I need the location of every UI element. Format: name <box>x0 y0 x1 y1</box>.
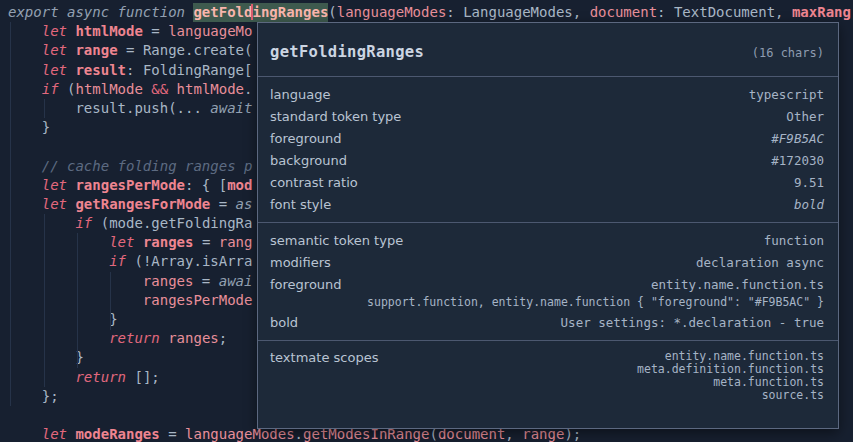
code-line[interactable]: export async function getFoldingRanges(l… <box>8 3 853 22</box>
token-inspector-hover: getFoldingRanges (16 chars) languagetype… <box>257 22 839 429</box>
row-value: bold <box>794 197 824 212</box>
code-token: . <box>244 81 252 97</box>
code-token: htmlMode <box>177 81 244 97</box>
code-token: result <box>75 62 126 78</box>
panel-section: semantic token typefunctionmodifiersdecl… <box>258 222 838 340</box>
row-extra-value: support.function, entity.name.function {… <box>270 293 824 311</box>
token-length: (16 chars) <box>752 46 824 60</box>
code-token: if <box>109 253 134 269</box>
code-token: } <box>8 349 84 365</box>
code-token: : <box>126 62 143 78</box>
token-text: getFoldingRanges <box>270 43 424 61</box>
code-token: Range.create( <box>143 42 253 58</box>
row-value: User settings: *.declaration - true <box>561 315 824 330</box>
code-token: maxRang <box>792 4 851 20</box>
code-token: rangesPerMode <box>143 292 253 308</box>
code-token: // cache folding ranges p <box>42 158 253 174</box>
code-token: as <box>236 196 253 212</box>
code-token: mode.getFoldingRa <box>109 215 252 231</box>
panel-row: textmate scopesentity.name.function.tsme… <box>270 347 824 402</box>
code-token: TextDocument <box>674 4 775 20</box>
row-label: textmate scopes <box>270 350 378 365</box>
code-token: LanguageModes <box>463 4 573 20</box>
code-token <box>8 196 42 212</box>
code-token <box>8 81 42 97</box>
code-token: , <box>775 4 792 20</box>
code-token: = <box>143 23 168 39</box>
code-token: let <box>42 42 76 58</box>
code-token <box>8 177 42 193</box>
code-token <box>8 273 143 289</box>
code-token: ranges <box>168 330 219 346</box>
code-token: ; <box>219 330 227 346</box>
panel-row: standard token typeOther <box>270 105 824 127</box>
panel-row: foregroundentity.name.function.ts <box>270 273 824 295</box>
code-token: htmlMode <box>75 81 142 97</box>
code-token: let <box>42 23 76 39</box>
panel-row: languagetypescript <box>270 83 824 105</box>
panel-section: languagetypescriptstandard token typeOth… <box>258 76 838 222</box>
code-token: ranges <box>143 234 194 250</box>
code-token <box>8 42 42 58</box>
code-token: Array.isArra <box>151 253 252 269</box>
panel-sections: languagetypescriptstandard token typeOth… <box>258 76 838 409</box>
row-label: standard token type <box>270 109 401 124</box>
code-token: getRangesForMode <box>75 196 210 212</box>
code-token: let <box>42 177 76 193</box>
code-token: && <box>143 81 177 97</box>
row-label: language <box>270 87 331 102</box>
code-token: awai <box>219 273 253 289</box>
code-token: result.push( <box>75 100 176 116</box>
code-token: mod <box>227 177 252 193</box>
code-token: if <box>42 81 67 97</box>
code-token: : { [ <box>185 177 227 193</box>
code-token: return <box>75 369 134 385</box>
code-token: if <box>75 215 100 231</box>
code-token: let <box>42 426 76 442</box>
vscode-editor: { "editor": { "background": "#172030", "… <box>0 0 853 442</box>
code-token <box>8 330 109 346</box>
row-value: source.ts <box>762 389 824 402</box>
code-token: languageMo <box>168 23 252 39</box>
code-token <box>8 23 42 39</box>
code-token <box>8 100 75 116</box>
code-token: = <box>160 426 185 442</box>
code-token: htmlMode <box>75 23 142 39</box>
row-value: #172030 <box>771 153 824 168</box>
panel-row: modifiersdeclaration async <box>270 251 824 273</box>
code-token: await <box>210 100 252 116</box>
code-token: modeRanges <box>75 426 159 442</box>
code-token: ( <box>101 215 109 231</box>
code-token: } <box>8 311 118 327</box>
panel-row: contrast ratio9.51 <box>270 171 824 193</box>
row-label: font style <box>270 197 331 212</box>
code-token: let <box>42 196 76 212</box>
code-token: export async function <box>8 4 193 20</box>
code-token: ingRanges <box>252 3 328 22</box>
code-token: = <box>193 234 218 250</box>
indent-guide <box>10 22 11 406</box>
code-token <box>8 253 109 269</box>
row-value: 9.51 <box>794 175 824 190</box>
panel-row: boldUser settings: *.declaration - true <box>270 311 824 333</box>
row-label: foreground <box>270 277 342 292</box>
code-token <box>8 62 42 78</box>
code-token: return <box>109 330 168 346</box>
code-token: = <box>118 42 143 58</box>
code-token: = <box>193 273 218 289</box>
code-token: rangesPerMode <box>75 177 185 193</box>
code-token <box>8 215 75 231</box>
row-value: entity.name.function.ts <box>651 277 824 292</box>
code-token <box>8 234 109 250</box>
indent-guide <box>77 233 78 368</box>
row-label: foreground <box>270 131 342 146</box>
row-value-list: entity.name.function.tsmeta.definition.f… <box>637 350 824 402</box>
code-token: : <box>446 4 463 20</box>
row-label: bold <box>270 315 298 330</box>
code-token: , <box>573 4 590 20</box>
code-token: let <box>109 234 143 250</box>
panel-row: foreground#F9B5AC <box>270 127 824 149</box>
indent-guide <box>44 214 45 387</box>
code-token: FoldingRange[ <box>143 62 253 78</box>
panel-row: semantic token typefunction <box>270 229 824 251</box>
